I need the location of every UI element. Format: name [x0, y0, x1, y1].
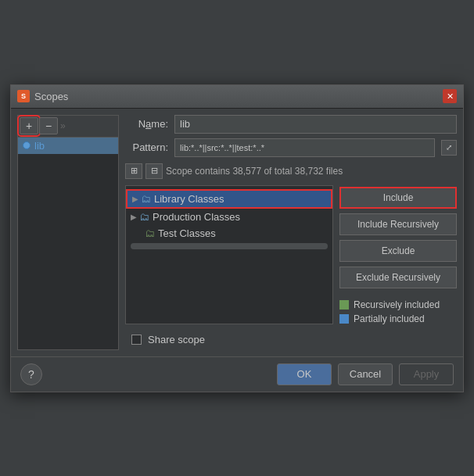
tree-item-label-production: Production Classes: [153, 211, 240, 223]
legend-item-recursive: Recursively included: [339, 299, 457, 310]
exclude-button[interactable]: Exclude: [339, 240, 457, 262]
name-label: Name:: [125, 118, 168, 130]
name-field-row: Name:: [125, 115, 457, 134]
name-input[interactable]: [174, 115, 457, 134]
scope-info-text: Scope contains 38,577 of total 38,732 fi…: [166, 164, 343, 178]
tree-arrow-1: ▶: [132, 195, 138, 203]
legend-color-blue: [339, 314, 349, 324]
tree-panel: ▶ 🗂 Library Classes ▶ 🗂 Production Class…: [125, 185, 333, 324]
ok-button[interactable]: OK: [277, 363, 332, 385]
legend-item-partial: Partially included: [339, 313, 457, 324]
expand-pattern-button[interactable]: ⤢: [441, 140, 457, 156]
tree-item-production-classes[interactable]: ▶ 🗂 Production Classes: [126, 209, 332, 225]
legend-label-recursive: Recursively included: [354, 299, 440, 310]
toolbar-separator: »: [59, 120, 67, 131]
tree-arrow-2: ▶: [131, 213, 137, 221]
production-classes-icon: 🗂: [139, 211, 149, 223]
actions-panel: Include Include Recursively Exclude Excl…: [339, 185, 457, 324]
left-panel: + − » lib: [17, 115, 119, 350]
scope-toolbar-btn-2[interactable]: ⊟: [145, 163, 163, 179]
tree-item-library-classes[interactable]: ▶ 🗂 Library Classes: [126, 189, 332, 209]
tree-item-label-test: Test Classes: [158, 227, 216, 239]
title-bar: S Scopes ✕: [11, 85, 463, 109]
tree-item-test-classes[interactable]: 🗂 Test Classes: [126, 225, 332, 242]
cancel-button[interactable]: Cancel: [338, 363, 393, 385]
pattern-field-row: Pattern: ⤢: [125, 138, 457, 157]
scrollbar[interactable]: [131, 243, 328, 249]
scope-item-label: lib: [34, 140, 45, 152]
dialog-content: + − » lib Name: Pattern: ⤢: [11, 109, 463, 356]
dialog-footer: ? OK Cancel Apply: [11, 356, 463, 392]
scope-toolbar-btn-1[interactable]: ⊞: [125, 163, 142, 179]
legend-label-partial: Partially included: [354, 313, 425, 324]
tree-item-label-library: Library Classes: [154, 193, 224, 205]
legend-color-green: [339, 300, 349, 310]
scope-item[interactable]: lib: [18, 138, 118, 154]
dialog-title: Scopes: [34, 91, 443, 102]
help-button[interactable]: ?: [20, 363, 42, 385]
include-recursively-button[interactable]: Include Recursively: [339, 213, 457, 235]
share-scope-checkbox[interactable]: [131, 335, 142, 345]
pattern-label: Pattern:: [125, 141, 168, 153]
add-scope-button[interactable]: +: [20, 117, 38, 134]
scopes-dialog: S Scopes ✕ + − » lib Name:: [10, 84, 464, 392]
close-button[interactable]: ✕: [443, 89, 457, 103]
share-scope-label: Share scope: [148, 334, 451, 345]
pattern-input[interactable]: [174, 138, 435, 157]
right-panel: Name: Pattern: ⤢ ⊞ ⊟ Scope contains 38,5…: [125, 115, 457, 350]
apply-button[interactable]: Apply: [399, 363, 454, 385]
app-icon: S: [17, 90, 30, 102]
main-area: ▶ 🗂 Library Classes ▶ 🗂 Production Class…: [125, 185, 457, 324]
exclude-recursively-button[interactable]: Exclude Recursively: [339, 267, 457, 288]
bottom-row: Share scope: [125, 329, 457, 350]
include-button[interactable]: Include: [339, 187, 457, 209]
test-classes-icon: 🗂: [145, 227, 155, 239]
scope-item-icon: [23, 141, 31, 149]
remove-scope-button[interactable]: −: [39, 117, 58, 134]
library-classes-icon: 🗂: [141, 193, 151, 205]
legend: Recursively included Partially included: [339, 299, 457, 324]
left-toolbar: + − »: [18, 116, 118, 138]
scope-toolbar: ⊞ ⊟ Scope contains 38,577 of total 38,73…: [125, 162, 457, 181]
